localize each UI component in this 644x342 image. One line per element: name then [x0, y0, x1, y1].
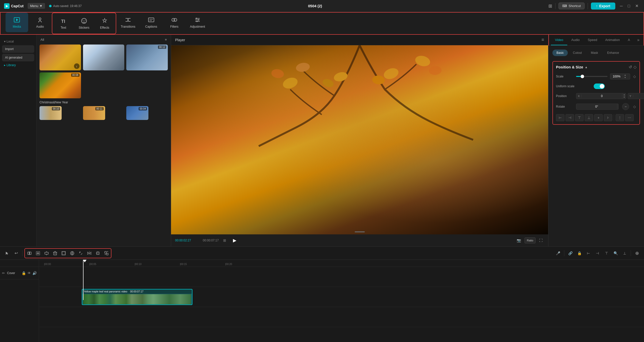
x-up-arrow[interactable]: ▲ [622, 94, 626, 96]
sub-tab-cutout[interactable]: Cutout [569, 50, 586, 56]
play-button[interactable]: ▶ [231, 236, 239, 244]
add-track-button[interactable]: ⊕ [633, 249, 641, 257]
scale-input[interactable] [610, 74, 623, 79]
split-button[interactable] [25, 249, 33, 257]
download-icon[interactable]: ↓ [74, 63, 79, 69]
split2-button[interactable] [34, 249, 42, 257]
thumbnail-2[interactable] [83, 45, 125, 70]
toolbar-item-stickers[interactable]: Stickers [74, 14, 94, 33]
subtitle-button[interactable]: ⊤ [602, 249, 611, 257]
uniform-scale-toggle[interactable] [594, 83, 605, 89]
app-logo: ▶ CapCut [4, 3, 24, 9]
toolbar-item-transitions[interactable]: Transitions [117, 13, 139, 32]
tab-expand-button[interactable]: » [635, 35, 641, 45]
position-y-input[interactable] [633, 93, 644, 99]
scale-up-arrow[interactable]: ▲ [623, 74, 627, 76]
scale-slider-thumb[interactable] [581, 75, 584, 78]
sub-tab-mask[interactable]: Mask [587, 50, 602, 56]
sticker-button[interactable]: ⊥ [621, 249, 629, 257]
align-right-button[interactable]: ⊤ [575, 114, 584, 121]
sidebar-item-import[interactable]: Import [2, 45, 34, 53]
split3-button[interactable] [43, 249, 51, 257]
split-tool[interactable]: ⊢ [584, 249, 592, 257]
track-edit-icon[interactable]: ✏ [2, 271, 5, 275]
align-top-button[interactable]: ⊥ [585, 114, 593, 121]
toolbar-item-media[interactable]: Media [6, 13, 28, 32]
player-menu-button[interactable]: ≡ [541, 37, 544, 42]
sub-tab-enhance[interactable]: Enhance [603, 50, 623, 56]
position-x-input[interactable] [581, 93, 622, 99]
rotate-down-arrow[interactable]: ▼ [617, 107, 619, 109]
scale-slider[interactable] [576, 76, 608, 77]
lock-track-icon[interactable]: 🔒 [22, 271, 26, 275]
rotate-up-arrow[interactable]: ▲ [617, 104, 619, 107]
tab-speed[interactable]: Speed [584, 35, 601, 45]
align-bottom-button[interactable]: ⊦ [604, 114, 612, 121]
reset-rotation-button[interactable]: ↺ [629, 65, 632, 69]
rotate-diamond-button[interactable]: ◇ [633, 104, 636, 109]
tab-video[interactable]: Video [551, 35, 567, 45]
sidebar-item-ai-generated[interactable]: AI generated [2, 54, 34, 61]
thumbnail-5[interactable]: 00:10 [39, 106, 62, 120]
mirror-button[interactable] [85, 249, 93, 257]
sidebar-item-local[interactable]: ▾ Local [2, 39, 34, 44]
scale-diamond-button[interactable]: ◇ [633, 74, 636, 79]
lock-button[interactable]: 🔒 [575, 249, 583, 257]
delete-button[interactable] [51, 249, 59, 257]
export-button[interactable]: ↑ Export [591, 3, 615, 10]
scale-down-arrow[interactable]: ▼ [623, 76, 627, 79]
ratio-button[interactable]: Ratio [525, 237, 536, 243]
eye-track-icon[interactable]: 👁 [27, 271, 31, 275]
tab-audio[interactable]: Audio [567, 35, 584, 45]
video-clip[interactable]: Yellow maple leaf real panoramic video 0… [82, 289, 192, 305]
right-panel: Video Audio Speed Animation A » Basic [548, 35, 644, 246]
undo-button[interactable]: ↩ [12, 249, 20, 257]
sidebar-item-library[interactable]: ▸ Library [2, 62, 34, 68]
thumbnail-1[interactable]: ↓ [39, 45, 81, 70]
rotate-input[interactable] [576, 104, 617, 109]
tab-more[interactable]: A [624, 35, 634, 45]
toolbar-item-captions[interactable]: Captions [140, 13, 163, 32]
zoom-out-button[interactable]: 🔍 [612, 249, 620, 257]
close-button[interactable]: ✕ [634, 3, 640, 9]
thumbnail-4[interactable]: 00:08 [39, 72, 81, 98]
toolbar-item-audio[interactable]: Audio [29, 13, 51, 32]
rotate-circle-button[interactable]: − [622, 103, 629, 110]
select-tool-button[interactable] [3, 249, 11, 257]
crop-button[interactable] [60, 249, 68, 257]
thumbnail-3[interactable]: 00:12 [126, 45, 168, 70]
tab-animation[interactable]: Animation [601, 35, 624, 45]
thumbnail-6[interactable]: 00:11 [83, 106, 105, 120]
align-center-h-button[interactable]: ⊣ [566, 114, 574, 121]
distribute-h-button[interactable]: ⋮ [616, 114, 624, 121]
minimize-button[interactable]: ─ [618, 3, 624, 9]
toolbar-item-filters[interactable]: Filters [163, 13, 186, 32]
toolbar-item-adjustment[interactable]: Adjustment [186, 13, 209, 32]
sub-tab-basic[interactable]: Basic [552, 50, 568, 56]
align-left-button[interactable]: ⊢ [556, 114, 565, 121]
volume-track-icon[interactable]: 🔊 [32, 271, 37, 275]
timeline-grid-button[interactable]: ⊞ [222, 238, 228, 243]
transform-button[interactable] [94, 249, 102, 257]
adjust-button[interactable] [102, 249, 110, 257]
screenshot-button[interactable]: 📷 [515, 237, 522, 243]
toolbar-item-text[interactable]: TI Text [53, 14, 73, 33]
top-bar: ▶ CapCut Menu ▼ Auto saved: 19:46:37 050… [0, 0, 644, 12]
shortcut-button[interactable]: ⌨ Shortcut [558, 3, 584, 9]
align-center-v-button[interactable]: + [594, 114, 603, 121]
diamond-button[interactable]: ◇ [633, 65, 636, 69]
microphone-button[interactable]: 🎤 [554, 249, 562, 257]
toolbar-item-effects[interactable]: Effects [95, 14, 115, 33]
fullscreen-button[interactable]: ⛶ [538, 237, 544, 243]
maximize-button[interactable]: □ [626, 3, 632, 9]
filter-button[interactable]: ≡ [165, 38, 167, 41]
distribute-v-button[interactable]: ⋯ [625, 114, 634, 121]
trim-button[interactable]: ⊣ [593, 249, 601, 257]
frame-button[interactable] [68, 249, 76, 257]
rotate-button[interactable] [77, 249, 85, 257]
align-row: ⊢ ⊣ ⊤ ⊥ + ⊦ ⋮ ⋯ [556, 114, 636, 121]
thumbnail-7[interactable]: 00:04 [126, 106, 148, 120]
link-button[interactable]: 🔗 [566, 249, 574, 257]
menu-button[interactable]: Menu ▼ [28, 3, 45, 9]
x-down-arrow[interactable]: ▼ [622, 96, 626, 99]
